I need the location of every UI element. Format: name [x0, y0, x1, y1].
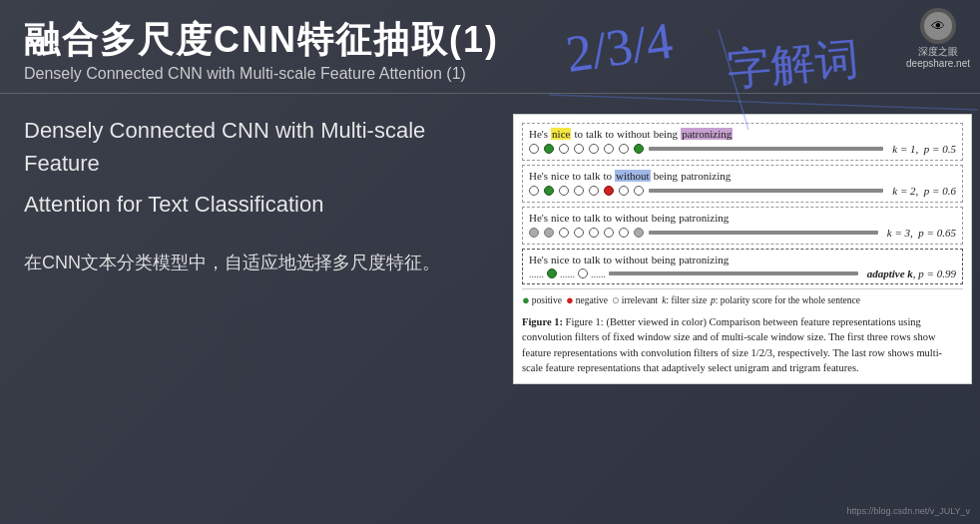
word: being — [652, 212, 676, 224]
dot-green — [544, 144, 554, 154]
words-row-3: He's nice to talk to without being patro… — [529, 212, 956, 224]
word: He's — [529, 170, 548, 182]
dot — [634, 186, 644, 196]
left-text-chinese: 在CNN文本分类模型中，自适应地选择多尺度特征。 — [24, 249, 483, 277]
left-text-line1: Densely Connected CNN with Multi-scale F… — [24, 114, 483, 180]
word: to — [572, 212, 581, 224]
title-english: Densely Connected CNN with Multi-scale F… — [24, 65, 956, 83]
word: patronizing — [679, 254, 729, 265]
dot — [574, 228, 584, 238]
k-label-2: k = 2, p = 0.6 — [886, 185, 956, 197]
dot-green — [634, 144, 644, 154]
word: being — [654, 128, 678, 140]
dots-3 — [529, 226, 878, 240]
left-panel: Densely Connected CNN with Multi-scale F… — [24, 114, 483, 384]
dot — [589, 228, 599, 238]
sentence-row-1: He's nice to talk to without being patro… — [522, 123, 963, 161]
legend-p-desc: p: polarity score for the whole sentence — [711, 295, 860, 305]
dot — [544, 228, 554, 238]
figure-caption: Figure 1: Figure 1: (Better viewed in co… — [522, 314, 963, 375]
word: being — [652, 254, 676, 265]
word: being — [654, 170, 678, 182]
dot — [589, 144, 599, 154]
dot — [559, 186, 569, 196]
word-patronizing: patronizing — [681, 128, 733, 140]
dots-label-1: k = 1, p = 0.5 — [529, 142, 956, 156]
main-container: 👁 深度之眼 deepshare.net 2/3/4 字解词 融合多尺度CNN特… — [0, 0, 980, 524]
word: talk — [584, 254, 601, 265]
legend-irrelevant-label: irrelevant — [622, 295, 658, 305]
word: nice — [551, 170, 569, 182]
word: He's — [529, 128, 548, 140]
dot — [619, 144, 629, 154]
dot-green — [547, 268, 557, 278]
word: to — [572, 254, 581, 265]
bar — [609, 271, 858, 275]
words-row-2: He's nice to talk to without being patro… — [529, 170, 956, 182]
dot — [619, 186, 629, 196]
word: to — [603, 212, 612, 224]
dots-label-3: k = 3, p = 0.65 — [529, 226, 956, 240]
dot — [544, 186, 554, 196]
sentence-row-4: He's nice to talk to without being patro… — [522, 249, 963, 284]
watermark-circle: 👁 — [920, 8, 956, 44]
word: talk — [586, 128, 603, 140]
dots-2 — [529, 184, 883, 198]
dots-label-4: ...... ...... ...... adaptive k, p = 0.9… — [529, 267, 956, 279]
k-label-1: k = 1, p = 0.5 — [886, 143, 956, 155]
sentence-row-2: He's nice to talk to without being patro… — [522, 165, 963, 203]
title-chinese: 融合多尺度CNN特征抽取(1) — [24, 18, 956, 61]
dot-red — [604, 186, 614, 196]
bar — [649, 189, 883, 193]
url-watermark: https://blog.csdn.net/v_JULY_v — [847, 506, 970, 516]
watermark-url: deepshare.net — [906, 58, 970, 70]
dot — [529, 144, 539, 154]
words-row-1: He's nice to talk to without being patro… — [529, 128, 956, 140]
watermark-site: 深度之眼 — [906, 46, 970, 58]
dot — [574, 186, 584, 196]
word: without — [617, 128, 651, 140]
word-nice: nice — [551, 128, 571, 140]
legend-positive-label: positive — [532, 295, 562, 305]
bar — [649, 147, 883, 151]
dot — [604, 144, 614, 154]
word: to — [574, 128, 583, 140]
dot — [529, 228, 539, 238]
figure-caption-text: Figure 1: (Better viewed in color) Compa… — [522, 316, 942, 373]
watermark: 👁 深度之眼 deepshare.net — [906, 8, 970, 70]
legend-irrelevant: ○ irrelevant — [612, 292, 658, 308]
dots-label-2: k = 2, p = 0.6 — [529, 184, 956, 198]
dot — [529, 186, 539, 196]
word: without — [615, 212, 649, 224]
dot — [604, 228, 614, 238]
dots-adaptive: ...... ...... ...... — [529, 268, 858, 279]
k-label-3: k = 3, p = 0.65 — [881, 227, 956, 239]
word: to — [603, 254, 612, 265]
word: talk — [584, 170, 601, 182]
header: 融合多尺度CNN特征抽取(1) Densely Connected CNN wi… — [0, 0, 980, 94]
dot — [559, 228, 569, 238]
dots-1 — [529, 142, 883, 156]
figure-label: Figure 1: — [522, 316, 563, 327]
bar — [649, 231, 878, 235]
word: without — [615, 254, 649, 265]
word: nice — [551, 212, 569, 224]
legend-row: ● positive ● negative ○ irrelevant k: fi… — [522, 288, 963, 308]
sentence-row-3: He's nice to talk to without being patro… — [522, 207, 963, 245]
dot — [559, 144, 569, 154]
legend-negative: ● negative — [566, 292, 608, 308]
figure-panel: He's nice to talk to without being patro… — [513, 114, 972, 384]
watermark-eye: 👁 — [924, 12, 952, 40]
word: talk — [584, 212, 601, 224]
word: to — [603, 170, 612, 182]
dot — [578, 268, 588, 278]
words-row-4: He's nice to talk to without being patro… — [529, 254, 956, 265]
word: to — [605, 128, 614, 140]
dot — [619, 228, 629, 238]
legend-positive: ● positive — [522, 292, 562, 308]
word: nice — [551, 254, 569, 265]
legend-negative-label: negative — [576, 295, 608, 305]
word: He's — [529, 212, 548, 224]
word: patronizing — [681, 170, 731, 182]
left-text-line2: Attention for Text Classification — [24, 188, 483, 221]
